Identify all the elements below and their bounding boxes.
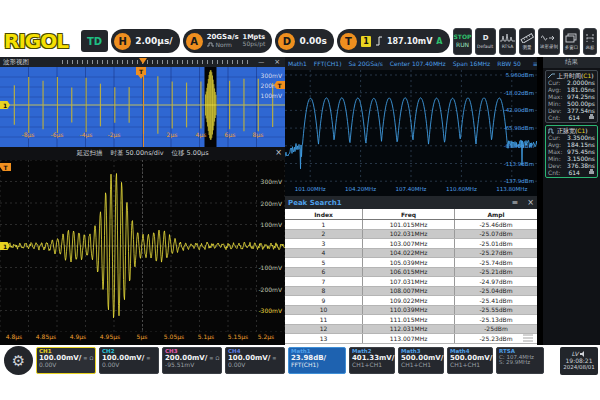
- menu-icon[interactable]: ≡: [512, 199, 519, 207]
- table-cell: 10: [285, 306, 363, 315]
- table-row[interactable]: 3103.007MHz-25.01dBm: [285, 239, 537, 249]
- printer-icon[interactable]: [588, 114, 595, 120]
- zoom-x-label: 4.95μs: [100, 333, 120, 340]
- fft-function: FFT(CH1): [314, 60, 342, 67]
- stat-value: 377.54ns: [567, 107, 595, 114]
- stat-value: 974.25ns: [567, 93, 595, 100]
- measurement-source: C1: [577, 127, 585, 134]
- channel-box-ch1[interactable]: CH1100.00mV/≡Ω0.00V: [36, 347, 96, 374]
- table-row[interactable]: 12112.031MHz-25dBm: [285, 325, 537, 335]
- close-icon[interactable]: ×: [274, 59, 280, 66]
- delay-knob[interactable]: D: [278, 33, 295, 50]
- table-row[interactable]: 7107.031MHz-24.97dBm: [285, 277, 537, 287]
- rtsa-button[interactable]: RTSA: [499, 28, 516, 55]
- acquire-knob[interactable]: A: [186, 33, 203, 50]
- system-clock[interactable]: LV 19:08:21 2024/08/01: [560, 347, 598, 375]
- impedance-icon: Ω: [89, 356, 93, 361]
- overview-y-label: 300mV: [261, 72, 282, 79]
- table-cell: 6: [285, 268, 363, 277]
- stat-label: Cnt:: [548, 169, 560, 176]
- fft-span: Span 16MHz: [453, 60, 490, 67]
- peak-search-table: IndexFreqAmpl1101.015MHz-25.46dBm2102.03…: [285, 209, 537, 345]
- zoom-x-label: 5.2μs: [258, 333, 275, 340]
- zoom-x-label: 5μs: [137, 333, 148, 340]
- math-box-math1[interactable]: Math123.98dB/FFT(CH1): [288, 347, 346, 374]
- close-icon[interactable]: ×: [527, 199, 534, 207]
- sample-resolution: 50ps/pt: [243, 41, 266, 48]
- table-cell: -25.01dBm: [455, 239, 537, 248]
- beeper-icon: [580, 351, 586, 357]
- waveform-overview-plot[interactable]: 300mV200mV100mV-8μs-6μs-4μs-2μs2μs4μs6μs…: [0, 67, 285, 147]
- trigger-level: 187.10mV: [387, 37, 432, 46]
- horizontal-control[interactable]: H 2.00μs/: [111, 29, 179, 53]
- column-header: Ampl: [455, 209, 537, 219]
- default-button[interactable]: D Default: [475, 28, 495, 55]
- scroll-grip-icon[interactable]: [523, 334, 533, 342]
- table-row[interactable]: 13113.007MHz-25.23dBm: [285, 334, 537, 344]
- cursor-icon: [584, 33, 596, 43]
- minimize-icon[interactable]: —: [258, 59, 264, 66]
- math-box-math4[interactable]: Math4500.00mV/CH1+CH1: [447, 347, 493, 374]
- fft-spectrum-svg: [285, 70, 537, 185]
- delayed-sweep-plot[interactable]: [0, 160, 285, 332]
- table-row[interactable]: 1101.015MHz-25.46dBm: [285, 220, 537, 230]
- table-row[interactable]: 8108.007MHz-25.04dBm: [285, 287, 537, 297]
- stat-label: Dev:: [548, 107, 562, 114]
- waveform-record-button[interactable]: 波形录制: [538, 28, 560, 55]
- table-row[interactable]: 4104.022MHz-25.27dBm: [285, 249, 537, 259]
- fft-plot[interactable]: [285, 70, 537, 185]
- pulse-width-icon: [548, 128, 555, 134]
- table-row[interactable]: 10110.039MHz-25.55dBm: [285, 306, 537, 316]
- trigger-knob[interactable]: T: [340, 33, 357, 50]
- math-box-math2[interactable]: Math2401.33mV/CH1+CH1: [349, 347, 395, 374]
- acquire-mode: Norm: [207, 42, 239, 49]
- stat-value: 2.0000ns: [567, 79, 595, 86]
- table-row[interactable]: 9109.022MHz-25.41dBm: [285, 296, 537, 306]
- channel-offset: 0.00V: [39, 362, 93, 368]
- table-cell: 2: [285, 230, 363, 239]
- stat-value: 3.1500ns: [567, 155, 595, 162]
- table-cell: 4: [285, 249, 363, 258]
- cursor-button[interactable]: 光标: [583, 28, 597, 55]
- table-row[interactable]: 6106.015MHz-25.21dBm: [285, 268, 537, 278]
- close-icon[interactable]: ×: [275, 149, 282, 157]
- trigger-source-badge: 1: [361, 36, 371, 47]
- fft-x-label: 110.60MHz: [446, 186, 477, 192]
- trigger-time-flag[interactable]: T: [136, 67, 146, 75]
- trigger-position-marker[interactable]: [139, 58, 147, 64]
- horizontal-knob[interactable]: H: [114, 33, 131, 50]
- measurement-card[interactable]: 上升时间(C1)Cur:2.0000nsAvg:181.05nsMax:974.…: [545, 70, 598, 123]
- multi-window-button[interactable]: 多窗口: [563, 28, 580, 55]
- table-row[interactable]: 5105.039MHz-25.74dBm: [285, 258, 537, 268]
- printer-icon[interactable]: [588, 169, 595, 175]
- table-cell: -25.04dBm: [455, 287, 537, 296]
- settings-gear-button[interactable]: ⚙: [4, 346, 33, 375]
- delay-control[interactable]: D 0.00s: [275, 29, 334, 53]
- timebase-ruler[interactable]: [62, 60, 252, 64]
- table-cell: 113.007MHz: [363, 334, 455, 343]
- channel-box-ch2[interactable]: CH2100.00mV/≡0.00V: [99, 347, 159, 374]
- overview-x-label: -4μs: [80, 131, 93, 138]
- ruler-icon: [520, 33, 534, 43]
- oscilloscope-screen: RIGOL TD H 2.00μs/ A 20GSa/s Norm 1Mpts …: [0, 0, 600, 400]
- stat-value: 184.15ns: [567, 141, 595, 148]
- run-stop-button[interactable]: STOP RUN: [453, 28, 473, 55]
- table-cell: -25.41dBm: [455, 296, 537, 305]
- channel-box-ch4[interactable]: CH4100.00mV/≡0.00V: [225, 347, 285, 374]
- trigger-sweep-mode: A: [436, 37, 442, 46]
- channel-box-ch3[interactable]: CH3200.00mV/≡Ω-95.51mV: [162, 347, 222, 374]
- trigger-control[interactable]: T 1 187.10mV A: [337, 29, 450, 53]
- acquire-control[interactable]: A 20GSa/s Norm 1Mpts 50ps/pt: [183, 29, 273, 53]
- table-cell: -25.21dBm: [455, 268, 537, 277]
- measurement-card[interactable]: 正脉宽(C1)Cur:3.3500nsAvg:184.15nsMax:975.4…: [545, 125, 598, 178]
- rtsa-span: S: 29.9MHz: [499, 360, 541, 366]
- measure-button[interactable]: 测量: [519, 28, 535, 55]
- table-row[interactable]: 2102.031MHz-25.07dBm: [285, 230, 537, 240]
- table-row[interactable]: 11111.015MHz-25.13dBm: [285, 315, 537, 325]
- math-box-math3[interactable]: Math3500.00mV/CH1+CH1: [398, 347, 444, 374]
- overview-y-label: 100mV: [261, 92, 282, 99]
- bw-limit-icon: ≡: [146, 356, 150, 361]
- table-cell: 101.015MHz: [363, 220, 455, 229]
- peak-search-titlebar: Peak Search1 ≡ ×: [285, 196, 537, 209]
- rtsa-status-box[interactable]: RTSA C: 107.4MHz S: 29.9MHz: [496, 347, 544, 374]
